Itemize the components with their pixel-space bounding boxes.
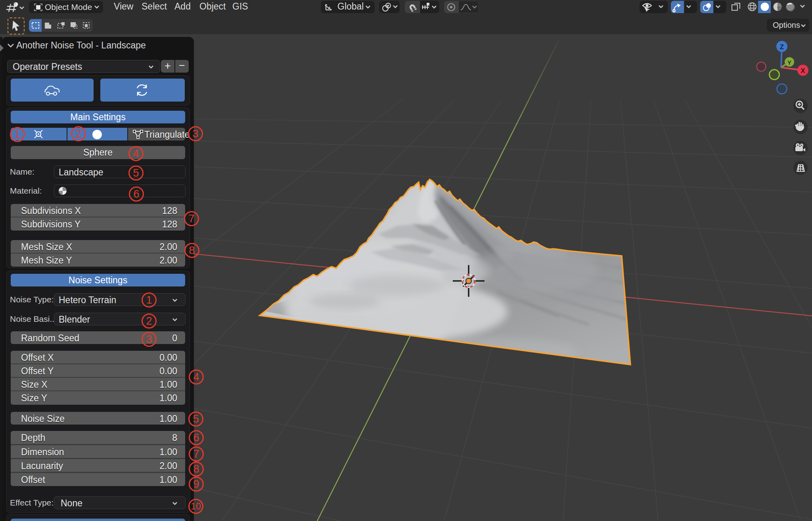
svg-text:Z: Z	[780, 43, 784, 51]
svg-text:X: X	[801, 67, 805, 75]
svg-text:Y: Y	[787, 59, 791, 66]
